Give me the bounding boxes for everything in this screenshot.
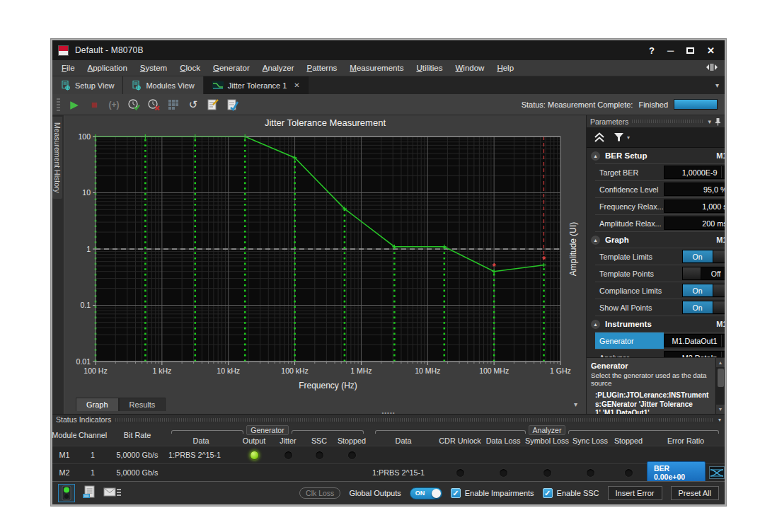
filter-button[interactable]: ▾: [614, 132, 630, 142]
amplitude-relax-field[interactable]: 200 ms: [664, 216, 725, 230]
measurement-history-tab[interactable]: Measurement History: [52, 117, 62, 199]
pin-icon[interactable]: [715, 117, 721, 126]
status-indicators-table: Module Channel Bit Rate Generator Analyz…: [52, 424, 725, 481]
toolbar-grip[interactable]: [57, 98, 60, 111]
abort-schedule-button[interactable]: [145, 97, 162, 112]
eye-diagram-button[interactable]: [709, 466, 725, 479]
svg-text:1: 1: [86, 245, 91, 253]
panel-menu-chevron-icon[interactable]: ▾: [708, 118, 711, 125]
scrollbar-thumb[interactable]: [718, 369, 724, 387]
show-all-points-toggle[interactable]: On: [682, 301, 725, 314]
splitter-handle[interactable]: •••••: [381, 410, 395, 416]
menu-application[interactable]: Application: [81, 62, 134, 74]
menu-utilities[interactable]: Utilities: [410, 62, 449, 74]
tab-setup-view[interactable]: Setup View: [52, 76, 123, 94]
tab-jitter-tolerance-label: Jitter Tolerance 1: [228, 81, 287, 90]
m1-stopped-led: [334, 446, 369, 463]
collapse-all-icon[interactable]: [594, 132, 605, 143]
modules-button[interactable]: [165, 97, 182, 112]
section-ber-setup[interactable]: ▴ BER Setup M1: [587, 148, 725, 163]
start-measurement-button[interactable]: ▶: [66, 97, 83, 112]
tab-results[interactable]: Results: [119, 398, 166, 411]
stop-measurement-button[interactable]: ■: [86, 97, 103, 112]
collapse-section-icon[interactable]: ▴: [591, 236, 600, 245]
frequency-relax-field[interactable]: 1,000 s: [664, 200, 725, 213]
param-row-template-points: Template Points Off: [595, 265, 725, 282]
svg-text:10 kHz: 10 kHz: [217, 366, 240, 375]
help-button[interactable]: ?: [649, 45, 655, 56]
arm-button[interactable]: (+): [105, 97, 122, 112]
status-indicators-chevron-icon[interactable]: ▾: [718, 417, 721, 423]
target-ber-field[interactable]: 1,0000E-9▾: [664, 166, 725, 179]
enable-ssc-control[interactable]: ✓ Enable SSC: [543, 488, 599, 498]
svg-text:100 Hz: 100 Hz: [84, 366, 107, 375]
param-row-target-ber: Target BER 1,0000E-9▾: [595, 164, 725, 181]
edit-report-button[interactable]: [205, 97, 221, 112]
maximize-button[interactable]: [686, 47, 694, 54]
notifications-button[interactable]: [103, 486, 122, 500]
menu-file[interactable]: File: [55, 62, 81, 74]
collapse-section-icon[interactable]: ▴: [591, 151, 600, 161]
preset-all-button[interactable]: Preset All: [671, 486, 719, 500]
save-results-button[interactable]: [224, 97, 241, 112]
play-icon: ▶: [70, 98, 79, 111]
enable-ssc-checkbox[interactable]: ✓: [543, 488, 553, 498]
template-points-toggle[interactable]: Off: [682, 267, 725, 280]
svg-text:100 kHz: 100 kHz: [281, 366, 309, 375]
menu-patterns[interactable]: Patterns: [300, 62, 343, 74]
menu-analyzer[interactable]: Analyzer: [256, 62, 301, 74]
col-module: Module: [52, 424, 76, 446]
close-button[interactable]: ✕: [707, 45, 715, 56]
chart-tab-bar: Graph Results ▾: [67, 394, 583, 411]
section-instruments[interactable]: ▴ Instruments M1: [587, 316, 725, 332]
section-graph[interactable]: ▴ Graph M1: [587, 232, 725, 248]
global-outputs-toggle[interactable]: ON: [410, 487, 442, 499]
collapse-section-icon[interactable]: ▴: [591, 320, 600, 329]
status-indicators-header[interactable]: ••••• Status Indicators ▾: [52, 414, 725, 424]
enable-impairments-control[interactable]: ✓ Enable Impairments: [451, 488, 534, 498]
analyzer-field[interactable]: M2.DataIn▾: [664, 351, 725, 357]
dropdown-chevron-icon[interactable]: ▾: [721, 335, 725, 347]
param-label-generator[interactable]: Generator: [595, 332, 664, 349]
menu-generator[interactable]: Generator: [207, 62, 256, 74]
menu-window[interactable]: Window: [449, 62, 490, 74]
accept-schedule-button[interactable]: [125, 97, 142, 112]
param-value: 1,0000E-9: [682, 168, 718, 177]
undo-icon: ↺: [189, 98, 198, 111]
menu-clock[interactable]: Clock: [173, 62, 207, 74]
header-texture: [115, 418, 714, 422]
tab-jitter-tolerance[interactable]: Jitter Tolerance 1 ✕: [204, 76, 309, 94]
compliance-limits-toggle[interactable]: On: [682, 284, 725, 297]
scroll-up-icon[interactable]: ▲: [716, 358, 725, 367]
tab-graph[interactable]: Graph: [76, 398, 119, 411]
chart-overflow-chevron-icon[interactable]: ▾: [574, 400, 583, 411]
col-gen-output: Output: [236, 435, 272, 446]
enable-impairments-checkbox[interactable]: ✓: [451, 488, 461, 498]
insert-error-button[interactable]: Insert Error: [608, 486, 662, 500]
dropdown-chevron-icon[interactable]: ▾: [721, 352, 725, 357]
parameters-header[interactable]: Parameters ▾: [587, 115, 725, 127]
param-label: Template Limits: [595, 253, 682, 261]
minimize-button[interactable]: ─: [667, 45, 674, 56]
menu-system[interactable]: System: [134, 62, 173, 74]
menu-help[interactable]: Help: [490, 62, 520, 74]
generator-field[interactable]: M1.DataOut1▾: [664, 334, 725, 347]
dropdown-chevron-icon[interactable]: ▾: [721, 166, 725, 178]
help-scrollbar[interactable]: ▲ ▼: [715, 358, 725, 414]
session-log-button[interactable]: [82, 485, 96, 502]
tab-overflow-chevron-icon[interactable]: ▾: [715, 81, 725, 89]
title-bar[interactable]: Default - M8070B ? ─ ✕: [52, 40, 725, 60]
system-status-button[interactable]: [58, 484, 75, 502]
scroll-down-icon[interactable]: ▼: [716, 405, 725, 414]
tab-close-icon[interactable]: ✕: [294, 81, 299, 89]
tab-modules-view[interactable]: Modules View: [123, 76, 203, 94]
split-view-icon[interactable]: [706, 64, 718, 72]
param-row-compliance-limits: Compliance Limits On: [595, 282, 725, 299]
section-scope: M1: [716, 236, 725, 244]
m1-channel: 1: [76, 446, 109, 463]
template-limits-toggle[interactable]: On: [682, 250, 725, 263]
confidence-level-field[interactable]: 95,0 %: [664, 183, 725, 196]
menu-measurements[interactable]: Measurements: [343, 62, 410, 74]
arm-icon: (+): [109, 100, 120, 110]
reset-button[interactable]: ↺: [185, 97, 202, 112]
